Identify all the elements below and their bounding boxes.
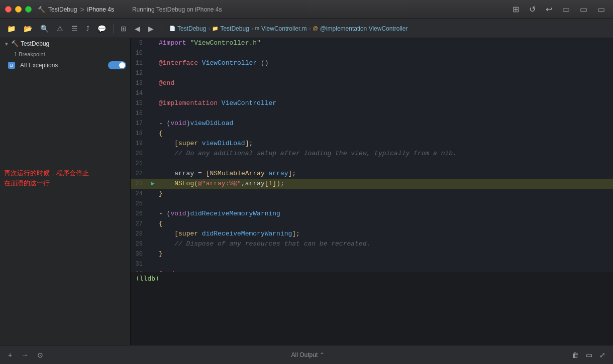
code-line-16: 16: [131, 108, 613, 118]
nav-forward[interactable]: ▶: [145, 23, 157, 34]
footer-output-label[interactable]: All Output ⌃: [291, 351, 325, 358]
code-line-24: 24 }: [131, 189, 613, 199]
window-buttons: [5, 6, 32, 13]
code-line-22: 22 array = [NSMutableArray array];: [131, 169, 613, 179]
code-line-18: 18 {: [131, 129, 613, 139]
console-prompt: (lldb): [136, 275, 159, 282]
code-line-10: 10: [131, 48, 613, 58]
footer-left: + → ⊙: [5, 350, 46, 360]
panel2-icon[interactable]: ▭: [577, 4, 590, 15]
titlebar: 🔨 TestDebug > iPhone 4s Running TestDebu…: [0, 0, 613, 19]
code-line-11: 11 @interface ViewController (): [131, 58, 613, 68]
code-line-23: 23 ▶ NSLog(@"array:%@",array[1]); Thread…: [131, 179, 613, 189]
share-icon[interactable]: ↺: [526, 4, 539, 15]
footer-right: 🗑 ▭ ⤢: [569, 350, 608, 360]
project-label: TestDebug: [21, 40, 49, 47]
nav-grid[interactable]: ⊞: [118, 23, 130, 34]
maximize-button[interactable]: [25, 6, 32, 13]
exception-label: All Exceptions: [20, 62, 58, 69]
bc-testdebug-project[interactable]: TestDebug: [177, 25, 206, 32]
toolbar: 📁 📂 🔍 ⚠ ☰ ⤴ 💬 ⊞ ◀ ▶ 📄 TestDebug › 📁 Test…: [0, 19, 613, 38]
code-line-30: 30 }: [131, 249, 613, 259]
title-device: iPhone 4s: [87, 6, 114, 13]
toolbar-folder[interactable]: 📂: [21, 23, 35, 34]
title-running: Running TestDebug on iPhone 4s: [132, 6, 222, 13]
code-line-13: 13 @end: [131, 78, 613, 88]
sidebar-item-testdebug[interactable]: ▼ 🔨 TestDebug: [0, 38, 130, 49]
breadcrumb: 📄 TestDebug › 📁 TestDebug › m ViewContro…: [169, 25, 407, 32]
footer-center: All Output ⌃: [46, 351, 569, 358]
panel3-icon[interactable]: ▭: [594, 4, 608, 15]
code-line-17: 17 - (void)viewDidLoad: [131, 118, 613, 129]
code-line-27: 27 {: [131, 219, 613, 229]
toolbar-list[interactable]: ☰: [68, 23, 81, 34]
code-line-19: 19 [super viewDidLoad];: [131, 139, 613, 149]
code-line-25: 25: [131, 199, 613, 209]
code-line-28: 28 [super didReceiveMemoryWarning];: [131, 229, 613, 239]
bc-viewcontroller-m[interactable]: ViewController.m: [261, 25, 306, 32]
bc-testdebug-folder[interactable]: TestDebug: [220, 25, 249, 32]
code-line-9: 9 #import "ViewController.h": [131, 38, 613, 48]
code-line-26: 26 - (void)didReceiveMemoryWarning: [131, 209, 613, 219]
footer: + → ⊙ All Output ⌃ 🗑 ▭ ⤢: [0, 345, 613, 364]
code-line-29: 29 // Dispose of any resources that can …: [131, 239, 613, 249]
footer-jump-btn[interactable]: →: [18, 350, 31, 360]
layout-icon[interactable]: ⊞: [509, 4, 522, 15]
close-button[interactable]: [5, 6, 12, 13]
app-name: 🔨: [38, 6, 45, 13]
code-line-21: 21: [131, 159, 613, 169]
return-icon[interactable]: ↩: [543, 4, 555, 15]
titlebar-right: ⊞ ↺ ↩ ▭ ▭ ▭: [509, 4, 608, 15]
exception-toggle[interactable]: [108, 61, 126, 69]
titlebar-center: 🔨 TestDebug > iPhone 4s Running TestDebu…: [38, 6, 509, 14]
footer-expand-icon[interactable]: ⤢: [597, 350, 608, 360]
code-line-12: 12: [131, 68, 613, 78]
footer-circle-btn[interactable]: ⊙: [34, 350, 46, 360]
sidebar-breakpoints[interactable]: 1 Breakpoint: [0, 49, 130, 59]
tree-arrow: ▼: [4, 41, 9, 47]
code-line-31: 31: [131, 259, 613, 269]
toolbar-add[interactable]: 📁: [4, 23, 19, 34]
code-9: #import "ViewController.h": [157, 38, 613, 48]
sidebar-all-exceptions[interactable]: B All Exceptions: [0, 59, 130, 71]
nav-back[interactable]: ◀: [132, 23, 143, 34]
bc-implementation[interactable]: @implementation ViewController: [320, 25, 408, 32]
title-sep1: >: [80, 6, 84, 14]
toggle-knob: [119, 62, 125, 68]
project-icon: 🔨: [11, 40, 19, 47]
footer-panel-icon[interactable]: ▭: [583, 350, 595, 360]
toolbar-nav[interactable]: ⤴: [83, 23, 92, 34]
sidebar: ▼ 🔨 TestDebug 1 Breakpoint B All Excepti…: [0, 38, 131, 364]
code-line-20: 20 // Do any additional setup after load…: [131, 149, 613, 159]
toolbar-warn[interactable]: ⚠: [54, 23, 66, 34]
footer-trash-icon[interactable]: 🗑: [569, 350, 581, 360]
breakpoint-icon: B: [8, 62, 15, 69]
line-num-9: 9: [131, 38, 149, 48]
code-line-15: 15 @implementation ViewController: [131, 98, 613, 108]
code-line-14: 14: [131, 88, 613, 98]
panel1-icon[interactable]: ▭: [559, 4, 573, 15]
toolbar-search[interactable]: 🔍: [37, 23, 52, 34]
minimize-button[interactable]: [15, 6, 22, 13]
current-line-arrow: ▶: [149, 179, 157, 189]
app-label: TestDebug: [48, 6, 77, 13]
toolbar-msg[interactable]: 💬: [94, 23, 109, 34]
footer-add-btn[interactable]: +: [5, 350, 15, 360]
breakpoint-count: 1 Breakpoint: [14, 51, 45, 57]
